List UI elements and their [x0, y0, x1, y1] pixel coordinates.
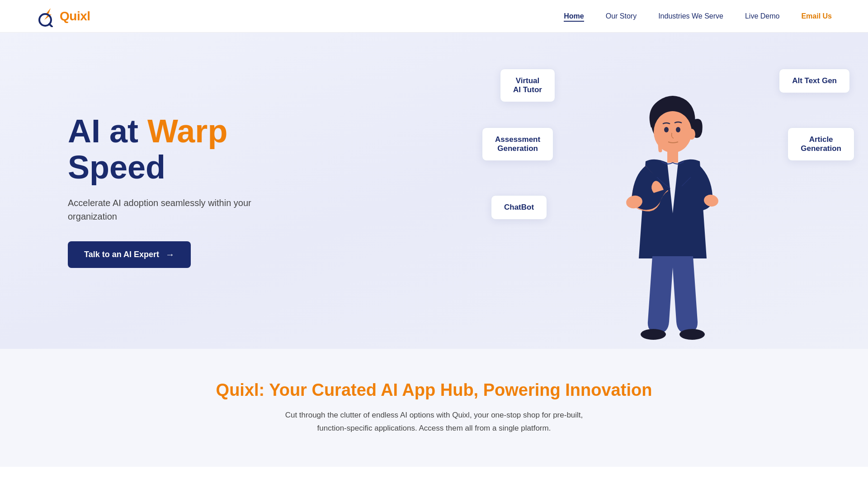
- cta-button[interactable]: Talk to an AI Expert →: [68, 241, 191, 268]
- navbar: Quixl Home Our Story Industries We Serve…: [0, 0, 868, 33]
- arrow-icon: →: [165, 249, 175, 260]
- hero-title: AI at Warp Speed: [68, 113, 441, 185]
- hero-illustration: [609, 87, 736, 349]
- hero-right: Virtual AI Tutor Alt Text Gen Assessment…: [477, 33, 868, 349]
- nav-item-our-story[interactable]: Our Story: [606, 12, 637, 20]
- hero-section: AI at Warp Speed Accelerate AI adoption …: [0, 33, 868, 349]
- logo[interactable]: Quixl: [36, 5, 90, 27]
- nav-item-home[interactable]: Home: [564, 12, 584, 20]
- nav-links: Home Our Story Industries We Serve Live …: [564, 12, 832, 20]
- card-virtual-tutor: Virtual AI Tutor: [500, 69, 555, 102]
- nav-link-home[interactable]: Home: [564, 12, 584, 22]
- card-assessment: Assessment Generation: [482, 127, 553, 161]
- svg-line-2: [49, 24, 52, 27]
- logo-text: Quixl: [60, 9, 90, 23]
- bottom-desc: Cut through the clutter of endless AI op…: [271, 409, 597, 435]
- nav-item-email[interactable]: Email Us: [801, 12, 832, 20]
- nav-item-live-demo[interactable]: Live Demo: [745, 12, 779, 20]
- card-chatbot: ChatBot: [491, 195, 547, 220]
- bottom-title: Quixl: Your Curated AI App Hub, Powering…: [36, 380, 832, 400]
- logo-icon: [36, 5, 58, 27]
- svg-point-7: [676, 127, 680, 132]
- nav-link-email[interactable]: Email Us: [801, 12, 832, 20]
- bottom-section: Quixl: Your Curated AI App Hub, Powering…: [0, 349, 868, 467]
- hero-subtitle: Accelerate AI adoption seamlessly within…: [68, 196, 267, 223]
- nav-link-our-story[interactable]: Our Story: [606, 12, 637, 20]
- card-article-gen: Article Generation: [788, 127, 854, 161]
- hero-left: AI at Warp Speed Accelerate AI adoption …: [0, 33, 477, 349]
- svg-point-13: [679, 329, 705, 340]
- nav-item-industries[interactable]: Industries We Serve: [658, 12, 723, 20]
- nav-link-industries[interactable]: Industries We Serve: [658, 12, 723, 20]
- svg-point-12: [641, 329, 666, 340]
- svg-point-5: [688, 129, 695, 140]
- card-alt-text-gen: Alt Text Gen: [779, 69, 850, 93]
- nav-link-live-demo[interactable]: Live Demo: [745, 12, 779, 20]
- svg-point-6: [664, 127, 669, 132]
- svg-rect-8: [667, 150, 678, 163]
